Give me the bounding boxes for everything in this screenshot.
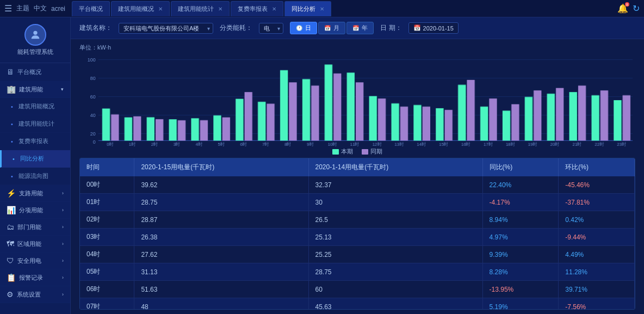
sidebar-section-building[interactable]: 🏢 建筑用能 ▾	[0, 81, 70, 98]
menu-icon[interactable]: ☰	[4, 3, 12, 14]
dot-icon: •	[11, 103, 13, 110]
sub-label: 建筑用能概况	[18, 102, 54, 110]
table-header-row: 时间 2020-1-15用电量(千瓦时) 2020-1-14用电量(千瓦时) 同…	[80, 158, 635, 176]
date-btn-day[interactable]: 🕐 日	[290, 22, 317, 34]
tab-building-overview[interactable]: 建筑用能概况 ✕	[111, 1, 170, 16]
building-select[interactable]: 安科瑞电气股份有限公司A楼	[119, 23, 213, 34]
legend-label-previous: 同期	[370, 147, 382, 156]
theme-label: 主题	[16, 4, 29, 13]
category-select[interactable]: 电	[259, 23, 283, 34]
date-label: 日 期：	[380, 23, 401, 33]
sidebar-item-energy-flow[interactable]: • 能源流向图	[0, 168, 70, 185]
date-btn-year[interactable]: 📅 年	[346, 22, 374, 34]
sidebar: 能耗管理系统 🖥 平台概况 🏢 建筑用能 ▾ • 建筑用能概况 • 建筑用能统计…	[0, 17, 71, 314]
main-toolbar: 建筑名称： 安科瑞电气股份有限公司A楼 分类能耗： 电 🕐 日 📅 月	[71, 17, 644, 39]
date-picker[interactable]: 📅 2020-01-15	[408, 22, 459, 34]
table-row: 06时 51.63 60 -13.95% 39.71%	[80, 281, 635, 298]
notification-bell[interactable]: 🔔 8	[617, 3, 628, 14]
sidebar-item-rate-report[interactable]: • 复费率报表	[0, 133, 70, 150]
section-label: 报警记录	[19, 274, 43, 282]
cell-time: 01时	[80, 194, 134, 211]
sidebar-section-settings[interactable]: ⚙ 系统设置 ›	[0, 286, 70, 303]
notification-badge: 8	[625, 2, 629, 7]
cell-cur: 28.87	[134, 211, 308, 229]
date-value-text: 2020-01-15	[423, 25, 454, 32]
sidebar-item-yoy[interactable]: • 同比分析	[0, 150, 70, 168]
sidebar-menu: 🖥 平台概况 🏢 建筑用能 ▾ • 建筑用能概况 • 建筑用能统计 • 复费率报…	[0, 63, 70, 314]
main-content: 建筑名称： 安科瑞电气股份有限公司A楼 分类能耗： 电 🕐 日 📅 月	[71, 17, 644, 314]
sidebar-section-zone[interactable]: 🗺 区域用能 ›	[0, 236, 70, 253]
chevron-right-icon: ›	[62, 190, 64, 196]
cell-yoy: 22.40%	[482, 176, 559, 194]
sidebar-section-item[interactable]: 📊 分项用能 ›	[0, 202, 70, 219]
tab-rate-report[interactable]: 复费率报表 ✕	[231, 1, 283, 16]
category-select-wrap: 电	[259, 23, 283, 34]
tab-close-3[interactable]: ✕	[272, 6, 276, 12]
table-body: 00时 39.62 32.37 22.40% -45.46% 01时 28.75…	[80, 176, 635, 310]
lang-label[interactable]: 中文	[34, 4, 47, 13]
tab-bar: 平台概况 建筑用能概况 ✕ 建筑用能统计 ✕ 复费率报表 ✕ 同比分析 ✕	[72, 1, 617, 16]
cell-yoy: 9.39%	[482, 246, 559, 263]
cell-mom: 4.49%	[559, 246, 635, 263]
cell-yoy: -13.95%	[482, 281, 559, 298]
sub-label: 建筑用能统计	[18, 120, 54, 128]
tab-close-4[interactable]: ✕	[320, 6, 324, 12]
chevron-right-icon: ›	[62, 258, 64, 263]
cell-cur: 51.63	[134, 281, 308, 298]
unit-label: 单位：kW·h	[79, 44, 635, 52]
building-select-wrap: 安科瑞电气股份有限公司A楼	[119, 23, 213, 34]
sidebar-section-alarm[interactable]: 📋 报警记录 ›	[0, 269, 70, 286]
user-label[interactable]: acrei	[51, 5, 65, 13]
cell-cur: 31.13	[134, 263, 308, 281]
dot-icon: •	[11, 138, 13, 145]
branch-icon: ⚡	[7, 189, 16, 198]
sidebar-section-dept[interactable]: 🗂 部门用能 ›	[0, 219, 70, 236]
calendar-icon: 📅	[413, 24, 421, 32]
tab-platform[interactable]: 平台概况	[72, 1, 110, 16]
cell-prev: 25.25	[308, 246, 482, 263]
chevron-right-icon: ›	[62, 224, 64, 230]
building-label: 建筑名称：	[79, 23, 112, 33]
col-mom: 环比(%)	[559, 158, 635, 176]
platform-icon: 🖥	[7, 67, 14, 76]
cell-prev: 26.5	[308, 211, 482, 229]
section-label: 系统设置	[17, 291, 41, 299]
sidebar-section-branch[interactable]: ⚡ 支路用能 ›	[0, 185, 70, 202]
svg-point-0	[33, 31, 37, 35]
table-row: 02时 28.87 26.5 8.94% 0.42%	[80, 211, 635, 229]
sidebar-item-platform[interactable]: 🖥 平台概况	[0, 63, 70, 81]
top-nav: ☰ 主题 中文 acrei 平台概况 建筑用能概况 ✕ 建筑用能统计 ✕ 复费率…	[0, 0, 644, 17]
cell-cur: 48	[134, 298, 308, 310]
tab-building-stats[interactable]: 建筑用能统计 ✕	[171, 1, 230, 16]
cell-prev: 25.13	[308, 229, 482, 246]
cell-yoy: 8.28%	[482, 263, 559, 281]
cell-yoy: 8.94%	[482, 211, 559, 229]
sidebar-user: 能耗管理系统	[0, 17, 70, 63]
table-row: 03时 26.38 25.13 4.97% -9.44%	[80, 229, 635, 246]
refresh-icon[interactable]: ↻	[633, 3, 640, 14]
date-btn-month[interactable]: 📅 月	[318, 22, 345, 34]
alarm-icon: 📋	[7, 273, 16, 282]
cell-cur: 39.62	[134, 176, 308, 194]
building-icon: 🏢	[7, 85, 16, 94]
table-row: 07时 48 45.63 5.19% -7.56%	[80, 298, 635, 310]
dot-icon: •	[11, 121, 13, 127]
nav-left: ☰ 主题 中文 acrei	[4, 3, 65, 14]
legend-color-current	[332, 149, 339, 155]
chart-legend: 本期 同期	[79, 147, 635, 156]
settings-icon: ⚙	[7, 290, 14, 299]
sidebar-section-safety[interactable]: 🛡 安全用电 ›	[0, 253, 70, 269]
col-prev: 2020-1-14用电量(千瓦时)	[308, 158, 482, 176]
tab-close-1[interactable]: ✕	[158, 6, 163, 12]
cell-yoy: 4.97%	[482, 229, 559, 246]
chevron-right-icon: ›	[62, 207, 64, 213]
legend-previous: 同期	[362, 147, 382, 156]
table-row: 00时 39.62 32.37 22.40% -45.46%	[80, 176, 635, 194]
tab-close-2[interactable]: ✕	[218, 6, 222, 12]
dept-icon: 🗂	[7, 223, 14, 231]
sidebar-item-building-stats[interactable]: • 建筑用能统计	[0, 115, 70, 133]
sidebar-item-building-overview[interactable]: • 建筑用能概况	[0, 98, 70, 115]
cell-mom: -45.46%	[559, 176, 635, 194]
tab-yoy-analysis[interactable]: 同比分析 ✕	[284, 1, 331, 16]
legend-current: 本期	[332, 147, 353, 156]
